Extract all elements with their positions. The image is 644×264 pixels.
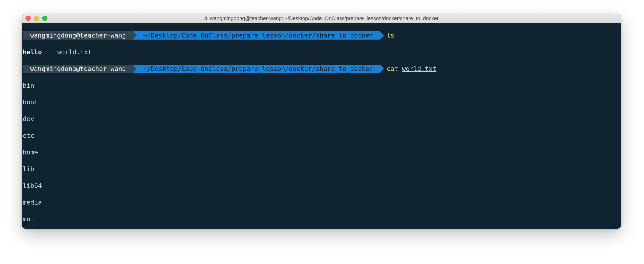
prompt-user-host: wangmingdong@teacher-wang (23, 65, 132, 73)
prompt-path: ~/Desktop/Code_OnClass/prepare_lesson/do… (132, 31, 380, 39)
command-cat-arg: world.txt (402, 65, 436, 73)
prompt-path: ~/Desktop/Code_OnClass/prepare_lesson/do… (132, 65, 380, 73)
output-line: etc (23, 131, 620, 140)
terminal-window: 3. wangmingdong@teacher-wang: ~/Desktop/… (22, 14, 621, 229)
output-line: media (23, 198, 620, 207)
ls-item-hello: hello (23, 48, 42, 56)
output-line: boot (23, 98, 620, 106)
output-line: bin (23, 81, 620, 90)
terminal-body[interactable]: wangmingdong@teacher-wang ~/Desktop/Code… (22, 23, 621, 229)
prompt-line-2: wangmingdong@teacher-wang ~/Desktop/Code… (23, 65, 620, 73)
ls-output-line: hello world.txt (23, 48, 620, 56)
output-line: lib64 (23, 182, 620, 190)
command-ls: ls (387, 32, 394, 39)
zoom-window-button[interactable] (42, 16, 47, 21)
window-title: 3. wangmingdong@teacher-wang: ~/Desktop/… (22, 15, 621, 21)
output-line: dev (23, 115, 620, 123)
output-line: mnt (23, 215, 620, 223)
titlebar: 3. wangmingdong@teacher-wang: ~/Desktop/… (22, 14, 621, 23)
output-line: home (23, 148, 620, 156)
prompt-user-host: wangmingdong@teacher-wang (23, 31, 132, 39)
ls-item-world-txt: world.txt (57, 48, 92, 56)
command-cat: cat (387, 65, 398, 73)
prompt-line-1: wangmingdong@teacher-wang ~/Desktop/Code… (23, 31, 620, 39)
close-window-button[interactable] (26, 16, 31, 21)
minimize-window-button[interactable] (34, 16, 39, 21)
window-controls (26, 16, 47, 21)
output-line: lib (23, 165, 620, 173)
